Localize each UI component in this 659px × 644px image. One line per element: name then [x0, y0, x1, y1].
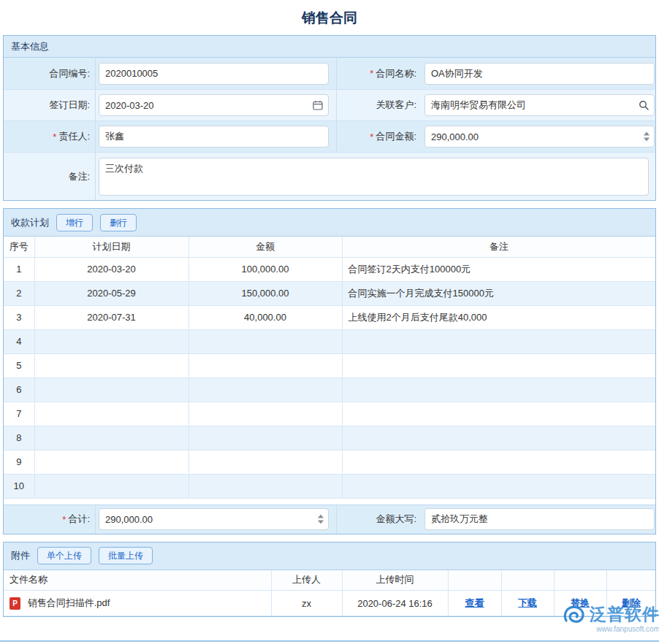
view-link[interactable]: 查看 — [465, 597, 484, 608]
download-link[interactable]: 下载 — [518, 597, 537, 608]
attachments-panel: 附件 单个上传 批量上传 文件名称 上传人 上传时间 — [3, 542, 656, 618]
payment-plan-footer: * 合计: 金额大写: — [4, 505, 655, 534]
page-title: 销售合同 — [0, 0, 659, 35]
attachments-header-row: 文件名称 上传人 上传时间 — [4, 570, 655, 591]
col-header-file-name: 文件名称 — [4, 570, 271, 591]
form-row-3: * 责任人: * 合同金额: — [4, 120, 655, 152]
contract-amount-input[interactable] — [424, 126, 655, 147]
basic-info-section-title: 基本信息 — [4, 36, 655, 58]
row-no: 3 — [4, 305, 34, 329]
row-amount[interactable] — [188, 450, 342, 474]
row-date[interactable] — [34, 377, 188, 402]
row-no: 9 — [4, 450, 34, 474]
row-amount[interactable]: 150,000.00 — [188, 281, 342, 305]
total-input[interactable] — [99, 508, 329, 530]
row-date[interactable] — [34, 426, 188, 450]
payment-plan-row[interactable]: 10 — [4, 474, 655, 498]
row-note[interactable]: 上线使用2个月后支付尾款40,000 — [342, 305, 655, 329]
payment-plan-row[interactable]: 3 2020-07-31 40,000.00 上线使用2个月后支付尾款40,00… — [4, 305, 655, 329]
row-note[interactable] — [342, 474, 655, 498]
attachment-upload-time: 2020-06-24 16:16 — [342, 591, 448, 616]
payment-plan-header-row: 序号 计划日期 金额 备注 — [4, 237, 655, 257]
row-amount[interactable] — [188, 329, 342, 353]
remark-textarea[interactable]: 三次付款 — [99, 158, 649, 196]
payment-plan-row[interactable]: 7 — [4, 402, 655, 426]
row-amount[interactable] — [188, 474, 342, 498]
row-date[interactable]: 2020-05-29 — [34, 281, 188, 305]
row-date[interactable] — [34, 402, 188, 426]
attachments-table: 文件名称 上传人 上传时间 P 销售合同扫描件.pdf zx 2020-06 — [4, 570, 655, 617]
sign-date-label: 签订日期: — [4, 90, 96, 120]
amount-spinner[interactable] — [644, 132, 650, 142]
col-header-action-4 — [606, 570, 655, 591]
amount-words-input[interactable] — [424, 508, 655, 530]
col-header-amount: 金额 — [188, 237, 342, 257]
calendar-icon[interactable] — [313, 100, 323, 110]
batch-upload-button[interactable]: 批量上传 — [99, 547, 153, 564]
owner-label: * 责任人: — [4, 121, 96, 152]
payment-plan-row[interactable]: 2 2020-05-29 150,000.00 合同实施一个月完成支付15000… — [4, 281, 655, 305]
row-no: 4 — [4, 329, 34, 353]
row-no: 10 — [4, 474, 34, 498]
add-row-button[interactable]: 增行 — [56, 214, 93, 231]
watermark-url: www.fanpusoft.com — [596, 625, 659, 633]
col-header-no: 序号 — [4, 237, 34, 257]
required-mark: * — [370, 131, 373, 142]
pdf-file-icon: P — [9, 597, 20, 610]
row-amount[interactable]: 100,000.00 — [188, 257, 342, 281]
row-amount[interactable]: 40,000.00 — [188, 305, 342, 329]
payment-plan-table: 序号 计划日期 金额 备注 1 2020-03-20 100,000.00 合同… — [4, 237, 655, 499]
fanpu-logo-icon — [561, 603, 587, 631]
payment-plan-row[interactable]: 4 — [4, 329, 655, 353]
row-no: 6 — [4, 377, 34, 402]
row-date[interactable] — [34, 329, 188, 353]
total-spinner[interactable] — [318, 515, 324, 524]
contract-name-input[interactable] — [424, 63, 655, 85]
customer-input[interactable] — [424, 94, 655, 116]
row-note[interactable] — [342, 353, 655, 377]
row-note[interactable]: 合同签订2天内支付100000元 — [342, 257, 655, 281]
col-header-date: 计划日期 — [34, 237, 188, 257]
row-date[interactable] — [34, 450, 188, 474]
total-label: * 合计: — [4, 505, 96, 534]
fanpu-watermark: 泛普软件 www.fanpusoft.com — [561, 603, 659, 633]
row-date[interactable]: 2020-03-20 — [34, 257, 188, 281]
row-amount[interactable] — [188, 402, 342, 426]
row-date[interactable] — [34, 474, 188, 498]
bottom-divider — [0, 640, 659, 642]
row-amount[interactable] — [188, 426, 342, 450]
row-note[interactable] — [342, 329, 655, 353]
payment-plan-row[interactable]: 5 — [4, 353, 655, 377]
payment-plan-panel: 收款计划 增行 删行 序号 计划日期 金额 备注 1 2020-03-20 10… — [3, 208, 656, 534]
delete-row-button[interactable]: 删行 — [100, 214, 137, 231]
row-note[interactable] — [342, 377, 655, 402]
row-no: 8 — [4, 426, 34, 450]
payment-plan-row[interactable]: 1 2020-03-20 100,000.00 合同签订2天内支付100000元 — [4, 257, 655, 281]
search-icon[interactable] — [639, 100, 649, 110]
col-header-action-1 — [448, 570, 501, 591]
col-header-action-2 — [501, 570, 554, 591]
contract-no-input[interactable] — [99, 63, 329, 85]
form-row-1: 合同编号: * 合同名称: — [4, 58, 655, 89]
row-note[interactable]: 合同实施一个月完成支付150000元 — [342, 281, 655, 305]
row-amount[interactable] — [188, 377, 342, 402]
owner-input[interactable] — [99, 126, 329, 147]
row-amount[interactable] — [188, 353, 342, 377]
row-date[interactable]: 2020-07-31 — [34, 305, 188, 329]
row-note[interactable] — [342, 450, 655, 474]
single-upload-button[interactable]: 单个上传 — [37, 547, 91, 564]
col-header-note: 备注 — [342, 237, 655, 257]
sign-date-input[interactable] — [99, 94, 329, 116]
col-header-upload-time: 上传时间 — [342, 570, 448, 591]
form-row-remark: 备注: 三次付款 — [4, 152, 655, 200]
payment-plan-row[interactable]: 6 — [4, 377, 655, 402]
row-date[interactable] — [34, 353, 188, 377]
payment-plan-row[interactable]: 9 — [4, 450, 655, 474]
required-mark: * — [53, 131, 56, 142]
customer-label: 关联客户: — [337, 90, 422, 120]
required-mark: * — [62, 514, 66, 525]
payment-plan-row[interactable]: 8 — [4, 426, 655, 450]
row-note[interactable] — [342, 402, 655, 426]
row-note[interactable] — [342, 426, 655, 450]
contract-name-label: * 合同名称: — [337, 58, 422, 89]
